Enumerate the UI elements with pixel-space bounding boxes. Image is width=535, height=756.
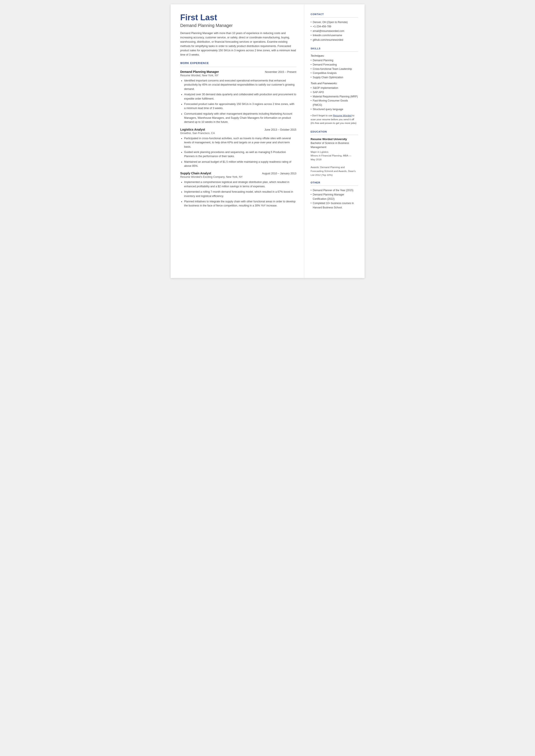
job-1-bullet-3: Forecasted product sales for approximate… — [180, 102, 296, 111]
contact-item-2: +1-234-456-789 — [311, 24, 358, 29]
technique-5: Supply Chain Optimization — [311, 75, 358, 80]
other-item-1: Demand Planner of the Year (2015) — [311, 188, 358, 193]
job-2-dates: June 2013 – October 2015 — [265, 128, 296, 131]
job-1-bullet-1: Identified important concerns and execut… — [180, 79, 296, 91]
job-2-bullet-1: Participated in cross-functional activit… — [180, 136, 296, 149]
job-1-bullets: Identified important concerns and execut… — [180, 79, 296, 124]
tools-label: Tools and Frameworks: — [311, 82, 358, 85]
other-item-2: Demand Planning Manager Certification (2… — [311, 193, 358, 201]
job-3-bullet-2: Implemented a rolling 7-month demand for… — [180, 190, 296, 198]
skills-divider — [311, 51, 358, 52]
job-2-bullets: Participated in cross-functional activit… — [180, 136, 296, 168]
other-divider — [311, 185, 358, 186]
work-experience-heading: WORK EXPERIENCE — [180, 62, 296, 65]
job-2-bullet-2: Guided work planning procedures and sequ… — [180, 150, 296, 159]
tool-2: SAP APO — [311, 90, 358, 95]
job-2-title: Logistics Analyst — [180, 128, 205, 131]
job-1-dates: November 2015 – Present — [265, 70, 296, 73]
job-1-title: Demand Planning Manager — [180, 70, 219, 73]
job-title-header: Demand Planning Manager — [180, 23, 296, 28]
resume-page: First Last Demand Planning Manager Deman… — [171, 4, 365, 278]
resume-worded-link[interactable]: Resume Worded — [333, 114, 352, 117]
techniques-list: Demand Planning Demand Forecasting Cross… — [311, 58, 358, 80]
other-heading: OTHER — [311, 181, 358, 184]
job-3-dates: August 2010 – January 2013 — [262, 172, 296, 175]
edu-degree: Bachelor of Science in Business Manageme… — [311, 141, 358, 149]
job-3-bullet-1: Implemented a comprehensive logistical a… — [180, 180, 296, 188]
job-3-company: Resume Worded's Exciting Company, New Yo… — [180, 176, 296, 179]
job-3-header: Supply Chain Analyst August 2010 – Janua… — [180, 172, 296, 175]
job-1-header: Demand Planning Manager November 2015 – … — [180, 70, 296, 73]
techniques-label: Techniques: — [311, 54, 358, 57]
edu-school: Resume Worded University — [311, 137, 358, 141]
education-divider — [311, 135, 358, 135]
other-list: Demand Planner of the Year (2015) Demand… — [311, 188, 358, 210]
left-column: First Last Demand Planning Manager Deman… — [171, 4, 304, 278]
job-1-bullet-4: Communicated regularly with other manage… — [180, 112, 296, 124]
technique-4: Competitive Analysis — [311, 71, 358, 75]
tool-3: Material Requirements Planning (MRP) — [311, 95, 358, 99]
job-2-header: Logistics Analyst June 2013 – October 20… — [180, 128, 296, 131]
job-1-bullet-2: Analyzed over 30 demand data quarterly a… — [180, 93, 296, 101]
technique-2: Demand Forecasting — [311, 63, 358, 67]
technique-1: Demand Planning — [311, 58, 358, 63]
contact-item-1: Denver, OH (Open to Remote) — [311, 20, 358, 24]
summary-text: Demand Planning Manager with more than 1… — [180, 31, 296, 57]
contact-item-3: email@resumeworded.com — [311, 29, 358, 33]
job-3-bullet-3: Planned initiatives to integrate the sup… — [180, 200, 296, 208]
contact-heading: CONTACT — [311, 13, 358, 15]
job-2-company: Growthsi, San Francisco, CA — [180, 132, 296, 135]
technique-3: Cross-functional Team Leadership — [311, 67, 358, 71]
tool-5: Structured query language — [311, 107, 358, 112]
tools-list: S&OP implementation SAP APO Material Req… — [311, 86, 358, 112]
tool-1: S&OP implementation — [311, 86, 358, 90]
job-3-title: Supply Chain Analyst — [180, 172, 211, 175]
job-2-bullet-3: Maintained an annual budget of $1.5 mill… — [180, 160, 296, 168]
other-item-3: Completed 10+ business courses in Harvar… — [311, 201, 358, 210]
tool-4: Fast-Moving Consumer Goods (FMCG) — [311, 99, 358, 107]
contact-divider — [311, 17, 358, 17]
contact-item-4: linkedin.com/in/username — [311, 33, 358, 38]
resume-worded-note: • Don't forget to use Resume Worded to s… — [311, 114, 358, 125]
job-1-company: Resume Worded, New York, NY — [180, 74, 296, 77]
right-column: CONTACT Denver, OH (Open to Remote) +1-2… — [304, 4, 365, 278]
job-3-bullets: Implemented a comprehensive logistical a… — [180, 180, 296, 208]
education-heading: EDUCATION — [311, 130, 358, 133]
skills-heading: SKILLS — [311, 47, 358, 50]
edu-details: Major in Lgistics Minors in Financial Pl… — [311, 150, 358, 177]
contact-list: Denver, OH (Open to Remote) +1-234-456-7… — [311, 20, 358, 42]
contact-item-5: github.com/resumeworded — [311, 38, 358, 42]
name: First Last — [180, 13, 296, 22]
